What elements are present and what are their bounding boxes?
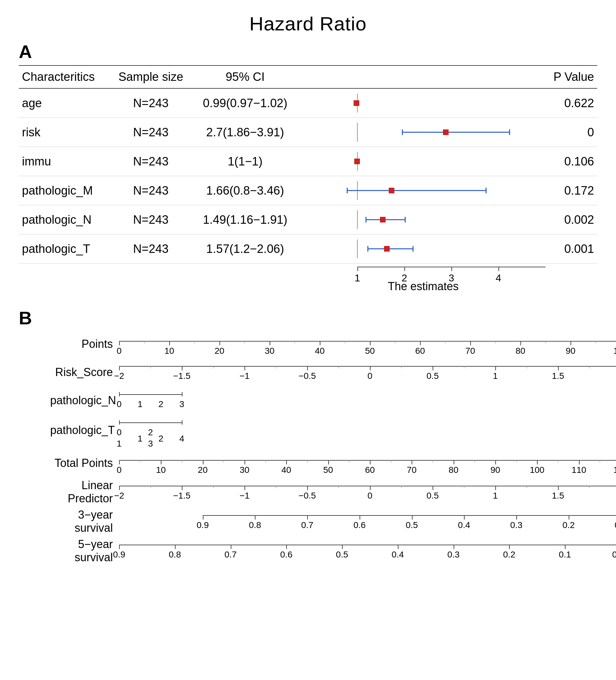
row-sample-4: N=243: [113, 205, 189, 234]
main-title: Hazard Ratio: [19, 12, 597, 35]
row-pval-5: 0.001: [547, 234, 597, 263]
col-header-sample: Sample size: [113, 65, 189, 88]
row-pval-2: 0.106: [547, 147, 597, 176]
row-sample-0: N=243: [113, 88, 189, 118]
row-plot-1: [302, 118, 547, 147]
section-b-label: B: [19, 307, 597, 329]
row-plot-2: [302, 147, 547, 176]
row-ci-4: 1.49(1.16−1.91): [188, 205, 302, 234]
row-plot-0: [302, 88, 547, 118]
row-ci-2: 1(1−1): [188, 147, 302, 176]
table-row: immuN=2431(1−1)0.106: [19, 147, 597, 176]
row-char-4: pathologic_N: [19, 205, 113, 234]
row-plot-4: [302, 205, 547, 234]
row-char-3: pathologic_M: [19, 176, 113, 205]
nomo-row-risk: Risk_Score: [50, 360, 616, 385]
forest-table: Characteritics Sample size 95% CI P Valu…: [19, 65, 597, 263]
col-header-ci: 95% CI: [188, 65, 302, 88]
row-sample-1: N=243: [113, 118, 189, 147]
row-ci-5: 1.57(1.2−2.06): [188, 234, 302, 263]
nomo-row-surv5: 5−year survival 0.9 0.8 0.7 0.6: [50, 538, 616, 564]
nomo-row-surv3: 3−year survival 0.9 0.8 0.7: [50, 508, 616, 535]
table-row: ageN=2430.99(0.97−1.02)0.622: [19, 88, 597, 118]
row-sample-2: N=243: [113, 147, 189, 176]
row-ci-0: 0.99(0.97−1.02): [188, 88, 302, 118]
nomo-row-linear: Linear Predictor −2: [50, 479, 616, 505]
col-header-characteristics: Characteritics: [19, 65, 113, 88]
row-pval-3: 0.172: [547, 176, 597, 205]
row-sample-5: N=243: [113, 234, 189, 263]
nomogram: Points: [50, 332, 616, 564]
row-char-0: age: [19, 88, 113, 118]
row-char-2: immu: [19, 147, 113, 176]
row-pval-1: 0: [547, 118, 597, 147]
row-sample-3: N=243: [113, 176, 189, 205]
section-b: B Points: [19, 307, 597, 564]
table-row: riskN=2432.7(1.86−3.91)0: [19, 118, 597, 147]
col-header-plot: [302, 65, 547, 88]
nomo-row-total-points: Total Points: [50, 451, 616, 476]
table-row: pathologic_MN=2431.66(0.8−3.46)0.172: [19, 176, 597, 205]
row-char-5: pathologic_T: [19, 234, 113, 263]
forest-axis: 1 2 3 4 The estimates: [301, 263, 545, 289]
col-header-pvalue: P Value: [547, 65, 597, 88]
row-pval-0: 0.622: [547, 88, 597, 118]
row-char-1: risk: [19, 118, 113, 147]
table-row: pathologic_NN=2431.49(1.16−1.91)0.002: [19, 205, 597, 234]
row-plot-5: [302, 234, 547, 263]
nomo-row-path-t: pathologic_T 0 2 1 2 4 1 3: [50, 416, 616, 444]
row-pval-4: 0.002: [547, 205, 597, 234]
row-ci-1: 2.7(1.86−3.91): [188, 118, 302, 147]
table-row: pathologic_TN=2431.57(1.2−2.06)0.001: [19, 234, 597, 263]
row-plot-3: [302, 176, 547, 205]
nomo-row-path-n: pathologic_N 0 1 2 3: [50, 388, 616, 413]
section-a-label: A: [19, 41, 597, 62]
nomo-row-points: Points: [50, 332, 616, 357]
row-ci-3: 1.66(0.8−3.46): [188, 176, 302, 205]
